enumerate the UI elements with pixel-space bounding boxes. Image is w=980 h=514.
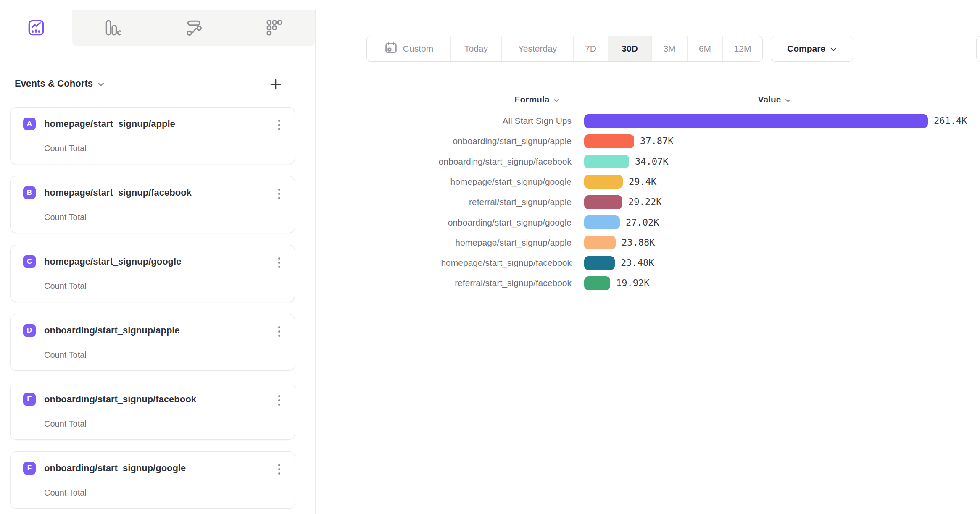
date-range-today[interactable]: Today — [451, 36, 502, 61]
date-range-label: 3M — [663, 44, 675, 54]
date-range-6m[interactable]: 6M — [688, 36, 723, 61]
event-card[interactable]: E onboarding/start_signup/facebook Count… — [10, 383, 295, 440]
event-card[interactable]: B homepage/start_signup/facebook Count T… — [10, 176, 295, 233]
date-range-label: Yesterday — [518, 44, 557, 54]
event-options-button[interactable] — [274, 391, 285, 409]
inactive-tab-group — [72, 10, 315, 46]
date-range-3m[interactable]: 3M — [652, 36, 688, 61]
bar-row-label: All Start Sign Ups — [361, 115, 572, 127]
bar-onboarding-start-signup-apple[interactable] — [584, 134, 634, 148]
event-name: onboarding/start_signup/google — [44, 463, 186, 474]
chart-type-tabs — [0, 10, 315, 46]
event-letter-badge: C — [23, 255, 36, 268]
bar-all-start-sign-ups[interactable] — [584, 114, 928, 128]
event-card[interactable]: D onboarding/start_signup/apple Count To… — [10, 314, 295, 371]
bar-row-label: homepage/start_signup/apple — [361, 237, 572, 249]
bar-value: 34.07K — [635, 156, 668, 168]
sidebar-divider — [315, 10, 316, 514]
plus-icon — [269, 78, 282, 92]
tab-retention[interactable] — [234, 10, 315, 46]
bar-value: 19.92K — [616, 277, 649, 289]
bar-value: 23.48K — [621, 257, 654, 269]
event-options-button[interactable] — [274, 116, 285, 134]
event-letter-badge: F — [23, 462, 36, 475]
add-event-button[interactable] — [266, 75, 286, 95]
bar-row-label: homepage/start_signup/facebook — [361, 257, 572, 269]
value-label: Value — [758, 94, 781, 105]
date-range-12m[interactable]: 12M — [723, 36, 762, 61]
chevron-down-icon — [97, 81, 104, 88]
bar-homepage-start-signup-facebook[interactable] — [584, 256, 615, 270]
bar-row-label: referral/start_signup/apple — [361, 196, 572, 208]
tab-insights[interactable] — [0, 10, 72, 46]
formula-label: Formula — [515, 94, 550, 105]
event-card-list: A homepage/start_signup/apple Count Tota… — [10, 107, 295, 514]
event-options-button[interactable] — [274, 460, 285, 478]
date-range-custom[interactable]: Custom — [367, 36, 451, 61]
bar-row-label: referral/start_signup/facebook — [361, 277, 572, 289]
date-range-label: Today — [464, 44, 488, 54]
event-metric: Count Total — [44, 144, 87, 153]
event-name: onboarding/start_signup/apple — [44, 325, 180, 336]
value-column-header[interactable]: Value — [724, 93, 825, 106]
events-cohorts-header[interactable]: Events & Cohorts — [15, 78, 104, 89]
bar-row-label: onboarding/start_signup/google — [361, 217, 572, 228]
date-range-label: 30D — [622, 44, 638, 54]
date-range-label: 12M — [734, 44, 751, 54]
bar-value: 261.4K — [934, 115, 967, 127]
cut-off-button[interactable] — [976, 36, 980, 62]
event-card[interactable]: F onboarding/start_signup/google Count T… — [10, 451, 295, 509]
bar-value: 37.87K — [640, 135, 673, 147]
bar-row-label: onboarding/start_signup/apple — [361, 135, 572, 147]
date-range-label: 7D — [585, 44, 596, 54]
kebab-icon — [278, 395, 280, 397]
event-letter-badge: A — [23, 118, 36, 130]
bar-onboarding-start-signup-facebook[interactable] — [584, 155, 629, 168]
tab-funnels[interactable] — [72, 10, 153, 46]
event-metric: Count Total — [44, 281, 87, 291]
event-name: homepage/start_signup/facebook — [44, 187, 192, 198]
bar-onboarding-start-signup-google[interactable] — [584, 215, 620, 229]
kebab-icon — [278, 189, 280, 191]
events-cohorts-title: Events & Cohorts — [15, 78, 93, 89]
event-metric: Count Total — [44, 350, 87, 360]
event-letter-badge: D — [23, 324, 36, 337]
bar-chart-icon — [104, 19, 121, 38]
event-options-button[interactable] — [274, 254, 285, 271]
bar-homepage-start-signup-apple[interactable] — [584, 236, 616, 249]
date-range-30d[interactable]: 30D — [608, 36, 652, 61]
event-metric: Count Total — [44, 212, 87, 222]
tab-flows[interactable] — [153, 10, 234, 46]
bar-referral-start-signup-facebook[interactable] — [584, 276, 610, 290]
date-range-picker: CustomTodayYesterday7D30D3M6M12M — [366, 36, 763, 62]
event-metric: Count Total — [44, 419, 87, 429]
line-chart-icon — [28, 19, 45, 38]
bar-value: 23.88K — [622, 237, 655, 249]
event-metric: Count Total — [44, 488, 87, 498]
bar-referral-start-signup-apple[interactable] — [584, 195, 622, 209]
date-range-yesterday[interactable]: Yesterday — [502, 36, 574, 61]
bar-row-label: homepage/start_signup/google — [361, 176, 572, 188]
date-range-7d[interactable]: 7D — [574, 36, 608, 61]
bar-value: 27.02K — [626, 217, 659, 228]
compare-label: Compare — [787, 44, 825, 54]
kebab-icon — [278, 120, 280, 122]
event-name: onboarding/start_signup/facebook — [44, 394, 196, 405]
event-options-button[interactable] — [274, 185, 285, 202]
bar-row-label: onboarding/start_signup/facebook — [361, 156, 572, 168]
date-range-label: 6M — [699, 44, 711, 54]
kebab-icon — [278, 464, 280, 466]
compare-button[interactable]: Compare — [771, 36, 853, 62]
event-card[interactable]: A homepage/start_signup/apple Count Tota… — [10, 107, 295, 164]
bar-homepage-start-signup-google[interactable] — [584, 175, 623, 189]
bar-value: 29.4K — [629, 176, 656, 188]
formula-column-header[interactable]: Formula — [487, 93, 587, 106]
chevron-down-icon — [553, 94, 559, 105]
event-name: homepage/start_signup/apple — [44, 118, 175, 129]
event-letter-badge: B — [23, 186, 36, 199]
event-card[interactable]: C homepage/start_signup/google Count Tot… — [10, 245, 295, 302]
chevron-down-icon — [830, 44, 837, 54]
calendar-icon — [384, 41, 398, 57]
kebab-icon — [278, 257, 280, 260]
event-options-button[interactable] — [274, 323, 285, 340]
